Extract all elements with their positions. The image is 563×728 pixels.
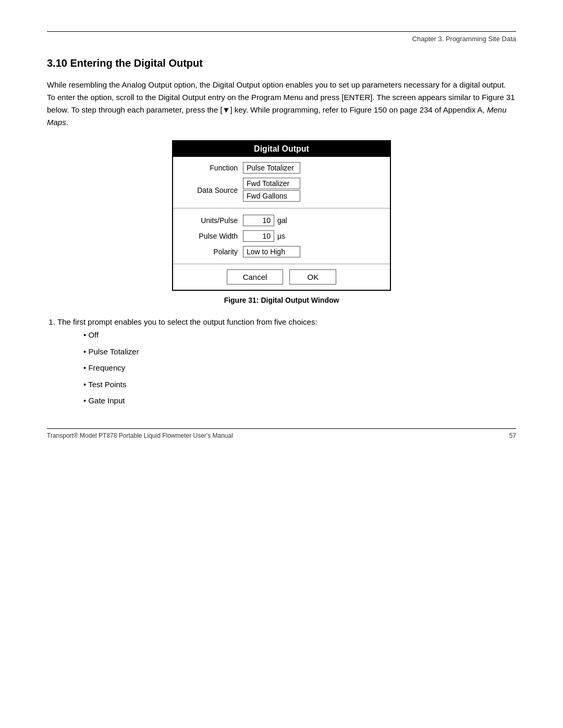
dialog-upper-section: Function Pulse Totalizer Data Source Fwd… bbox=[173, 157, 390, 208]
figure-caption-text: Figure 31: Digital Output Window bbox=[224, 296, 339, 304]
data-source-label: Data Source bbox=[180, 186, 238, 194]
polarity-field[interactable]: Low to High bbox=[243, 246, 300, 257]
footer-left: Transport® Model PT878 Portable Liquid F… bbox=[47, 432, 233, 439]
pulse-width-row: Pulse Width 10 μs bbox=[180, 230, 383, 242]
units-pulse-label: Units/Pulse bbox=[180, 216, 238, 225]
data-source-row: Data Source Fwd Totalizer Fwd Gallons bbox=[180, 178, 383, 203]
footer-right: 57 bbox=[509, 432, 516, 439]
dialog-title: Digital Output bbox=[173, 141, 390, 157]
bullet-item-3: Frequency bbox=[83, 361, 516, 375]
polarity-label: Polarity bbox=[180, 248, 238, 256]
list-item-1-text: The first prompt enables you to select t… bbox=[57, 317, 317, 326]
bullet-item-1: Off bbox=[83, 328, 516, 342]
dialog-container: Digital Output Function Pulse Totalizer … bbox=[47, 140, 516, 291]
function-field[interactable]: Pulse Totalizer bbox=[243, 162, 300, 174]
numbered-list: The first prompt enables you to select t… bbox=[57, 316, 516, 408]
figure-caption: Figure 31: Digital Output Window bbox=[47, 296, 516, 304]
units-pulse-field[interactable]: 10 bbox=[243, 215, 274, 226]
pulse-width-label: Pulse Width bbox=[180, 232, 238, 240]
list-item-1: The first prompt enables you to select t… bbox=[57, 316, 516, 408]
dialog-buttons: Cancel OK bbox=[173, 264, 390, 290]
dialog-box: Digital Output Function Pulse Totalizer … bbox=[172, 140, 391, 291]
bullet-item-5: Gate Input bbox=[83, 394, 516, 408]
bullet-item-2: Pulse Totalizer bbox=[83, 345, 516, 359]
units-pulse-unit: gal bbox=[277, 216, 287, 225]
bullet-item-4: Test Points bbox=[83, 378, 516, 391]
data-source-field1[interactable]: Fwd Totalizer bbox=[243, 178, 300, 189]
pulse-width-field[interactable]: 10 bbox=[243, 230, 274, 242]
section-title: 3.10 Entering the Digital Output bbox=[47, 57, 516, 69]
footer: Transport® Model PT878 Portable Liquid F… bbox=[47, 432, 516, 439]
cancel-button[interactable]: Cancel bbox=[227, 269, 284, 285]
footer-rule bbox=[47, 428, 516, 429]
polarity-row: Polarity Low to High bbox=[180, 246, 383, 257]
units-pulse-row: Units/Pulse 10 gal bbox=[180, 215, 383, 226]
ok-button[interactable]: OK bbox=[289, 269, 336, 285]
function-label: Function bbox=[180, 164, 238, 172]
header-text: Chapter 3. Programming Site Data bbox=[47, 35, 516, 43]
function-row: Function Pulse Totalizer bbox=[180, 162, 383, 174]
body-paragraph: While resembling the Analog Output optio… bbox=[47, 79, 516, 129]
page: Chapter 3. Programming Site Data 3.10 En… bbox=[0, 0, 563, 471]
header-rule bbox=[47, 31, 516, 32]
dialog-lower-section: Units/Pulse 10 gal Pulse Width 10 μs Pol… bbox=[173, 208, 390, 264]
bullet-list: Off Pulse Totalizer Frequency Test Point… bbox=[83, 328, 516, 408]
data-source-group: Fwd Totalizer Fwd Gallons bbox=[243, 178, 300, 203]
pulse-width-unit: μs bbox=[277, 232, 285, 240]
data-source-field2[interactable]: Fwd Gallons bbox=[243, 190, 300, 202]
